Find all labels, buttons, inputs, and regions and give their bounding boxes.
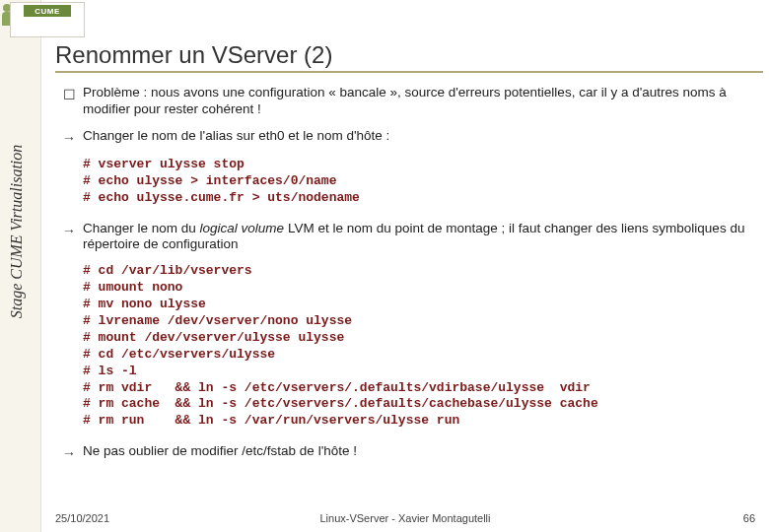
code-line: # ls -l <box>83 364 755 380</box>
bullet-marker-arrow-icon: → <box>55 221 83 239</box>
code-line: # rm cache && ln -s /etc/vservers/.defau… <box>83 396 755 413</box>
bullet-marker-arrow-icon: → <box>55 443 83 462</box>
bullet-item: → Changer le nom du logical volume LVM e… <box>55 221 755 254</box>
bullet-text: Changer le nom de l'alias sur eth0 et le… <box>83 128 755 145</box>
footer-page-number: 66 <box>522 512 755 524</box>
footer-date: 25/10/2021 <box>55 512 289 524</box>
sidebar-label: Stage CUME Virtualisation <box>8 103 26 360</box>
page-title: Renommer un VServer (2) <box>55 41 332 69</box>
code-block-2: # cd /var/lib/vservers # umount nono # m… <box>83 263 755 430</box>
logo: CUME <box>10 2 85 37</box>
content-area: ☐ Problème : nous avons une configuratio… <box>55 85 755 499</box>
code-line: # umount nono <box>83 280 755 297</box>
footer: 25/10/2021 Linux-VServer - Xavier Montag… <box>55 512 755 524</box>
footer-center: Linux-VServer - Xavier Montagutelli <box>289 512 523 524</box>
bullet-item: → Ne pas oublier de modifier /etc/fstab … <box>55 443 755 462</box>
code-line: # cd /var/lib/vservers <box>83 263 755 280</box>
title-bar: Renommer un VServer (2) <box>55 39 763 73</box>
code-line: # mv nono ulysse <box>83 297 755 313</box>
code-block-1: # vserver ulysse stop # echo ulysse > in… <box>83 157 755 207</box>
bullet-marker-arrow-icon: → <box>55 128 83 147</box>
bullet-text: Changer le nom du logical volume LVM et … <box>83 221 755 254</box>
code-line: # cd /etc/vservers/ulysse <box>83 347 755 364</box>
bullet-item: ☐ Problème : nous avons une configuratio… <box>55 85 755 118</box>
code-line: # mount /dev/vserver/ulysse ulysse <box>83 330 755 347</box>
logo-text: CUME <box>24 5 71 17</box>
code-line: # echo ulysse.cume.fr > uts/nodename <box>83 190 755 207</box>
bullet-text: Problème : nous avons une configuration … <box>83 85 755 118</box>
slide: CUME Stage CUME Virtualisation Renommer … <box>0 0 769 532</box>
code-line: # echo ulysse > interfaces/0/name <box>83 173 755 190</box>
bullet-marker-hollow-square: ☐ <box>55 85 83 103</box>
code-line: # lvrename /dev/vserver/nono ulysse <box>83 313 755 330</box>
bullet-text: Ne pas oublier de modifier /etc/fstab de… <box>83 443 755 460</box>
bullet-text-pre: Changer le nom du <box>83 221 200 235</box>
bullet-item: → Changer le nom de l'alias sur eth0 et … <box>55 128 755 147</box>
bullet-text-italic: logical volume <box>200 221 285 235</box>
code-line: # rm run && ln -s /var/run/vservers/ulys… <box>83 413 755 430</box>
code-line: # vserver ulysse stop <box>83 157 755 173</box>
code-line: # rm vdir && ln -s /etc/vservers/.defaul… <box>83 380 755 397</box>
